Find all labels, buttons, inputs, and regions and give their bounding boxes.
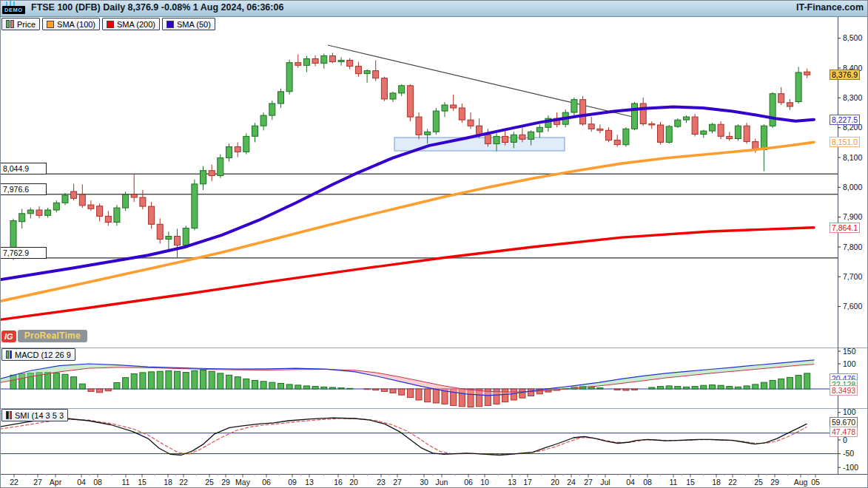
level-lines [0,174,838,258]
y-axis-tick-label: 100 [843,407,856,416]
y-axis-tick-label: 8,200 [843,123,862,132]
x-axis-date-label: Aug [794,478,808,487]
y-axis-tick-label: 8,300 [843,93,862,102]
legend-bar: Price SMA (100) SMA (200) SMA (50) [1,18,215,30]
x-axis-date-label: 25 [205,478,214,487]
macd-indicator-chip[interactable]: MACD (12 26 9 [1,348,75,361]
x-axis-date-label: 22 [10,478,18,487]
y-axis-tick-label: 7,700 [843,272,862,281]
chart-canvas: 8,5008,4008,3008,2008,1008,0007,9007,800… [0,0,868,488]
x-axis-date-label: 25 [754,478,763,487]
x-axis-date-label: 18 [712,478,721,487]
price-candles-icon [6,20,14,28]
legend-chip-sma50[interactable]: SMA (50) [162,18,215,30]
y-axis-tick-label: -50 [843,449,854,458]
y-axis-tick-label: 7,900 [843,212,862,221]
macd-chip-label: MACD (12 26 9 [15,350,71,359]
legend-chip-label: SMA (100) [57,20,95,29]
x-axis-date-label: 09 [288,478,297,487]
x-axis: 2227Apr0408111518222529May06091316202327… [10,474,820,487]
x-axis-date-label: 30 [420,478,428,487]
panel-separators [0,17,868,475]
x-axis-date-label: 06 [464,478,473,487]
legend-chip-label: SMA (200) [117,20,155,29]
x-axis-date-label: 20 [551,478,559,487]
sma50-swatch-icon [166,21,174,28]
x-axis-date-label: 04 [77,478,86,487]
y-axis-tick-label: 8,400 [843,64,862,72]
legend-chip-label: Price [17,20,36,29]
x-axis-date-label: 29 [770,478,779,487]
x-axis-date-label: 17 [523,478,532,487]
ig-logo: IG [1,331,16,342]
x-axis-date-label: 20 [349,478,358,487]
legend-chip-sma100[interactable]: SMA (100) [42,18,100,30]
x-axis-date-label: 24 [567,478,576,487]
macd-panel [0,360,838,407]
y-axis-tick-label: 150 [843,347,856,356]
smi-indicator-chip[interactable]: SMI (14 3 5 3 [1,409,68,421]
prorealtime-watermark[interactable]: IG ProRealTime [1,330,87,342]
x-axis-date-label: 08 [643,478,652,487]
x-axis-date-label: May [235,478,251,487]
x-axis-date-label: 18 [164,478,172,487]
sma100-swatch-icon [47,21,54,28]
brand-link: IT-Finance.com [796,2,864,13]
x-axis-date-label: 22 [179,478,188,487]
x-axis-date-label: 06 [262,478,271,487]
x-axis-date-label: 11 [122,478,130,487]
legend-chip-sma200[interactable]: SMA (200) [102,18,160,30]
x-axis-date-label: 23 [377,478,386,487]
x-axis-date-label: 15 [138,478,147,487]
x-axis-date-label: 22 [728,478,737,487]
chart-header-bar: DEMO FTSE 100 (DFB) Daily 8,376.9 -0.08%… [0,0,868,17]
demo-badge: DEMO [2,6,25,14]
y-axis-tick-label: 7,800 [843,243,862,251]
x-axis-date-label: Jul [600,478,610,487]
sma100-line [0,142,814,301]
x-axis-date-label: 27 [393,478,402,487]
x-axis-date-label: 27 [33,478,42,487]
x-axis-date-label: 08 [93,478,102,487]
y-axis-tick-label: 100 [843,359,856,368]
macd-icon [6,350,12,359]
x-axis-date-label: 29 [221,478,230,487]
x-axis-date-label: 16 [334,478,343,487]
smi-panel [0,418,838,455]
trendline [328,45,633,117]
y-axis-tick-label: 0 [843,436,847,444]
y-axis-tick-label: 8,500 [843,33,862,42]
x-axis-date-label: 27 [584,478,593,487]
instrument-title: FTSE 100 (DFB) Daily 8,376.9 -0.08% 1 Au… [31,2,283,13]
y-axis-tick-label: -100 [843,463,858,472]
legend-chip-price[interactable]: Price [1,18,40,30]
x-axis-date-label: Apr [50,478,62,487]
smi-chip-label: SMI (14 3 5 3 [15,411,64,420]
x-axis-date-label: 05 [811,478,820,487]
prorealtime-logo-text: ProRealTime [18,330,87,342]
x-axis-date-label: 10 [480,478,489,487]
x-axis-date-label: 13 [508,478,517,487]
x-axis-date-label: 13 [305,478,314,487]
x-axis-date-label: Jun [436,478,448,487]
y-axis-tick-label: 7,600 [843,302,862,311]
legend-chip-label: SMA (50) [177,20,211,29]
y-axis-tick-label: 8,100 [843,153,862,162]
x-axis-date-label: 11 [670,478,678,487]
smi-icon [6,411,12,419]
sma200-swatch-icon [107,21,114,28]
x-axis-date-label: 04 [626,478,635,487]
x-axis-date-label: 15 [686,478,695,487]
y-axis-tick-label: 8,000 [843,183,862,192]
